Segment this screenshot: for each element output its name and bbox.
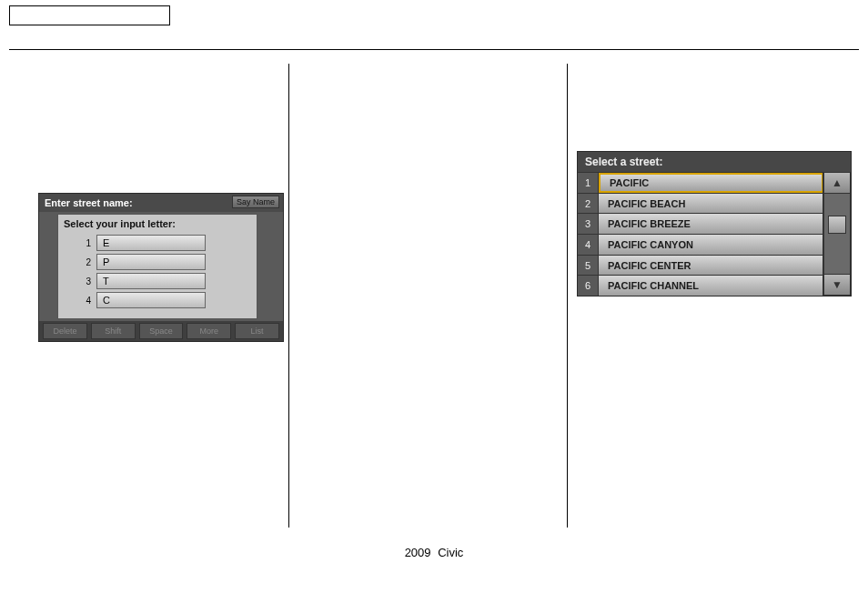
letter-value: E <box>96 235 206 251</box>
popup-title: Select your input letter: <box>64 218 251 229</box>
enter-street-title: Enter street name: <box>45 197 133 208</box>
nav-screen-select-street: Select a street: 1 PACIFIC 2 PACIFIC BEA… <box>577 151 852 296</box>
street-name: PACIFIC BREEZE <box>599 214 823 234</box>
street-name: PACIFIC CHANNEL <box>599 276 823 296</box>
scroll-up-button[interactable]: ▲ <box>823 172 851 194</box>
street-row[interactable]: 5 PACIFIC CENTER <box>578 255 823 276</box>
space-button[interactable]: Space <box>139 323 184 339</box>
input-letter-popup: Select your input letter: 1 E 2 P 3 T 4 … <box>57 214 257 319</box>
list-button[interactable]: List <box>235 323 279 339</box>
scroll-track[interactable] <box>823 194 851 274</box>
row-number: 5 <box>578 256 599 276</box>
say-name-button[interactable]: Say Name <box>232 196 279 208</box>
row-number: 2 <box>578 194 599 214</box>
letter-row[interactable]: 4 C <box>64 292 251 308</box>
row-number: 3 <box>82 276 91 286</box>
delete-button[interactable]: Delete <box>43 323 87 339</box>
street-name: PACIFIC BEACH <box>599 194 823 214</box>
letter-value: T <box>96 273 206 289</box>
scroll-thumb[interactable] <box>828 216 846 234</box>
nav-screen-input-letter: Enter street name: Say Name Delete Shift… <box>38 193 284 342</box>
street-row[interactable]: 4 PACIFIC CANYON <box>578 234 823 255</box>
letter-row[interactable]: 2 P <box>64 254 251 270</box>
street-name: PACIFIC <box>599 173 823 193</box>
top-rule <box>9 49 859 50</box>
letter-row[interactable]: 3 T <box>64 273 251 289</box>
footer-year: 2009 <box>405 546 431 559</box>
column-separator-2 <box>567 64 568 528</box>
row-number: 4 <box>82 296 91 306</box>
footer-model: Civic <box>438 546 463 559</box>
letter-value: P <box>96 254 206 270</box>
street-row[interactable]: 1 PACIFIC <box>578 172 823 193</box>
more-button[interactable]: More <box>187 323 231 339</box>
street-name: PACIFIC CENTER <box>599 256 823 276</box>
street-list: 1 PACIFIC 2 PACIFIC BEACH 3 PACIFIC BREE… <box>578 172 823 296</box>
street-list-body: 1 PACIFIC 2 PACIFIC BEACH 3 PACIFIC BREE… <box>578 172 851 296</box>
row-number: 1 <box>578 173 599 193</box>
shift-button[interactable]: Shift <box>91 323 136 339</box>
letter-row[interactable]: 1 E <box>64 235 251 251</box>
keyboard-bottom-bar: Delete Shift Space More List <box>39 321 283 341</box>
row-number: 4 <box>578 235 599 255</box>
street-name-header: Enter street name: Say Name <box>39 194 283 212</box>
street-name: PACIFIC CANYON <box>599 235 823 255</box>
street-row[interactable]: 2 PACIFIC BEACH <box>578 193 823 214</box>
scroll-down-button[interactable]: ▼ <box>823 274 851 296</box>
row-number: 6 <box>578 276 599 296</box>
footer: 2009 Civic <box>0 546 868 559</box>
street-row[interactable]: 3 PACIFIC BREEZE <box>578 213 823 234</box>
row-number: 2 <box>82 257 91 267</box>
scrollbar: ▲ ▼ <box>823 172 851 296</box>
column-separator-1 <box>288 64 289 528</box>
street-row[interactable]: 6 PACIFIC CHANNEL <box>578 275 823 296</box>
letter-value: C <box>96 292 206 308</box>
row-number: 3 <box>578 214 599 234</box>
select-street-title: Select a street: <box>578 152 851 172</box>
top-box <box>9 5 170 25</box>
row-number: 1 <box>82 238 91 248</box>
